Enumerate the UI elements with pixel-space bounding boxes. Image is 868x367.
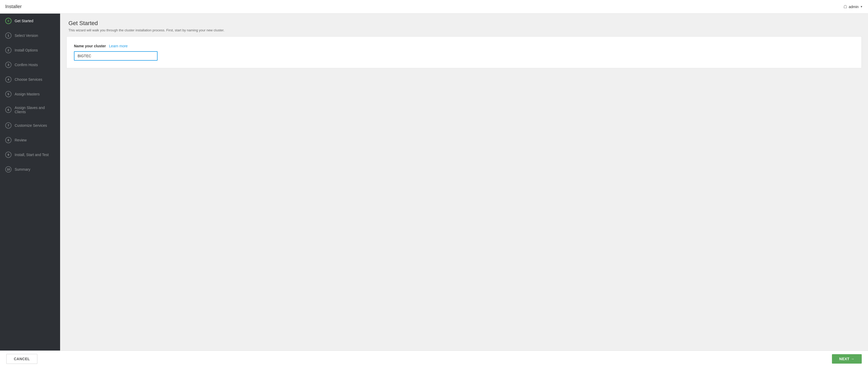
sidebar-item-get-started[interactable]: 0Get Started [0, 13, 60, 28]
step-circle: 9 [5, 152, 11, 158]
sidebar-item-label: Assign Masters [14, 92, 40, 96]
user-menu[interactable]: ☖ admin ▼ [843, 4, 863, 9]
step-circle: 7 [5, 122, 11, 129]
step-circle: 1 [5, 32, 11, 39]
footer: CANCEL NEXT → [0, 350, 868, 367]
sidebar-item-label: Install, Start and Test [14, 153, 49, 157]
dropdown-arrow-icon: ▼ [860, 5, 863, 8]
sidebar: 0Get Started1Select Version2Install Opti… [0, 13, 60, 350]
sidebar-item-label: Choose Services [14, 78, 42, 82]
content-main: Get Started This wizard will walk you th… [60, 13, 868, 350]
step-circle: 5 [5, 91, 11, 97]
next-button[interactable]: NEXT → [832, 354, 862, 364]
sidebar-item-choose-services[interactable]: 4Choose Services [0, 72, 60, 87]
sidebar-item-assign-masters[interactable]: 5Assign Masters [0, 87, 60, 101]
cancel-button[interactable]: CANCEL [6, 354, 37, 364]
sidebar-item-install-options[interactable]: 2Install Options [0, 43, 60, 58]
app-header: Installer ☖ admin ▼ [0, 0, 868, 13]
sidebar-item-install,-start-and-test[interactable]: 9Install, Start and Test [0, 147, 60, 162]
step-circle: 8 [5, 137, 11, 143]
sidebar-item-summary[interactable]: 10Summary [0, 162, 60, 177]
sidebar-item-label: Get Started [14, 19, 33, 23]
page-subtitle: This wizard will walk you through the cl… [68, 28, 860, 32]
sidebar-item-label: Confirm Hosts [14, 63, 38, 67]
step-circle: 6 [5, 106, 11, 113]
sidebar-item-label: Select Version [14, 33, 38, 38]
page-title: Get Started [68, 20, 860, 27]
user-name: admin [849, 5, 859, 9]
sidebar-item-label: Review [14, 138, 27, 142]
step-circle: 2 [5, 47, 11, 53]
sidebar-item-select-version[interactable]: 1Select Version [0, 28, 60, 43]
sidebar-item-label: Install Options [14, 48, 38, 52]
sidebar-item-assign-slaves-and-clients[interactable]: 6Assign Slaves and Clients [0, 101, 60, 118]
cluster-name-input[interactable] [74, 51, 158, 61]
step-circle: 10 [5, 166, 11, 173]
step-circle: 0 [5, 18, 11, 24]
sidebar-item-label: Assign Slaves and Clients [14, 105, 55, 114]
user-icon: ☖ [843, 4, 847, 9]
sidebar-item-customize-services[interactable]: 7Customize Services [0, 118, 60, 133]
step-circle: 4 [5, 76, 11, 83]
sidebar-item-label: Summary [14, 167, 30, 172]
content-card: Name your cluster Learn more [66, 36, 862, 68]
sidebar-item-review[interactable]: 8Review [0, 133, 60, 147]
page-header: Get Started This wizard will walk you th… [60, 13, 868, 36]
content-area: Get Started This wizard will walk you th… [60, 13, 868, 350]
sidebar-item-label: Customize Services [14, 123, 47, 128]
cluster-name-label: Name your cluster Learn more [74, 44, 854, 48]
app-title: Installer [5, 4, 22, 9]
learn-more-link[interactable]: Learn more [109, 44, 128, 48]
step-circle: 3 [5, 62, 11, 68]
main-layout: 0Get Started1Select Version2Install Opti… [0, 13, 868, 350]
sidebar-item-confirm-hosts[interactable]: 3Confirm Hosts [0, 58, 60, 72]
